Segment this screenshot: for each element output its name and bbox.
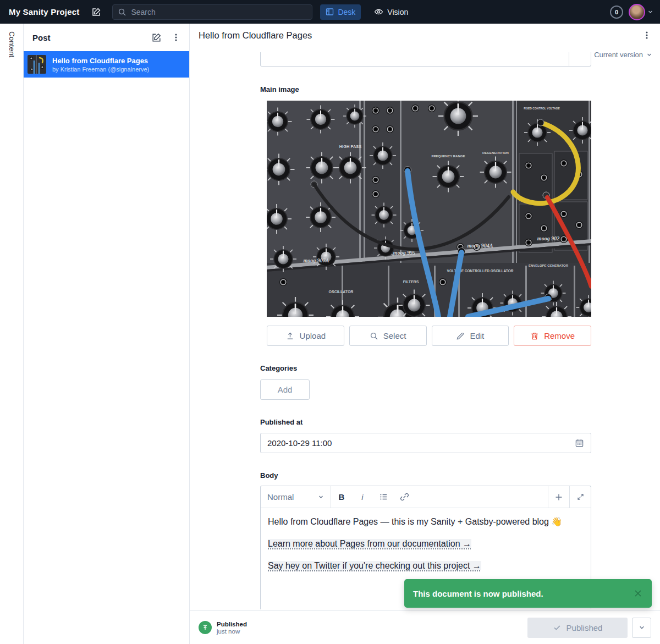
tab-vision[interactable]: Vision xyxy=(369,4,414,20)
calendar-icon[interactable] xyxy=(575,438,584,448)
remove-button-label: Remove xyxy=(544,331,575,340)
publish-status-icon xyxy=(199,621,212,634)
bullet-list-button[interactable] xyxy=(373,486,394,508)
post-item-subtitle: by Kristian Freeman (@signalnerve) xyxy=(52,65,149,73)
tab-vision-label: Vision xyxy=(387,8,408,16)
publish-toast-message: This document is now published. xyxy=(413,589,543,598)
synth-label-filters: FILTERS xyxy=(403,280,419,284)
content-rail[interactable]: Content xyxy=(0,24,24,644)
document-menu-icon[interactable] xyxy=(642,30,651,40)
link-icon xyxy=(400,492,409,502)
trash-icon xyxy=(530,332,539,340)
body-link-twitter[interactable]: Say hey on Twitter if you're checking ou… xyxy=(268,561,481,570)
new-document-icon[interactable] xyxy=(151,32,162,43)
publish-toast: This document is now published. xyxy=(404,579,652,608)
main-image-label: Main image xyxy=(260,85,591,94)
chevron-down-icon xyxy=(639,624,645,631)
editor-toolbar-right xyxy=(548,486,591,508)
close-icon[interactable] xyxy=(633,588,643,598)
text-style-select[interactable]: Normal xyxy=(261,486,331,508)
remove-button[interactable]: Remove xyxy=(514,326,591,346)
document-footer: Published just now Published xyxy=(190,610,660,644)
synth-label-high-pass: HIGH PASS xyxy=(339,144,362,149)
upload-button[interactable]: Upload xyxy=(267,326,344,346)
list-item-post[interactable]: Hello from Cloudflare Pages by Kristian … xyxy=(24,51,189,78)
image-actions: Upload Select Edit xyxy=(267,326,591,346)
body-paragraph: Say hey on Twitter if you're checking ou… xyxy=(268,560,584,571)
synth-photo: HIGH PASS FREQUENCY RANGE REGENERATION F… xyxy=(267,101,591,317)
post-item-text: Hello from Cloudflare Pages by Kristian … xyxy=(52,56,149,73)
categories-label: Categories xyxy=(260,364,591,373)
content-rail-label: Content xyxy=(8,31,16,644)
chevron-down-icon[interactable] xyxy=(647,9,653,15)
publish-status-text: Published just now xyxy=(217,620,247,635)
synth-label-moog-902: moog 902 xyxy=(537,235,559,241)
synth-label-oscillator: OSCILLATOR xyxy=(329,290,354,294)
document-header: Hello from Cloudflare Pages xyxy=(190,24,660,47)
plus-icon xyxy=(554,493,563,502)
search-icon xyxy=(118,8,127,16)
body-link-docs[interactable]: Learn more about Pages from our document… xyxy=(268,539,471,548)
synth-label-envelope: ENVELOPE GENERATOR xyxy=(529,264,569,267)
body-label: Body xyxy=(260,471,591,480)
search-input[interactable] xyxy=(112,4,312,20)
search-field[interactable] xyxy=(131,8,307,16)
main-image-preview[interactable]: HIGH PASS FREQUENCY RANGE REGENERATION F… xyxy=(267,101,591,317)
publish-status-time: just now xyxy=(217,628,247,635)
upload-icon xyxy=(285,331,295,340)
publish-button-label: Published xyxy=(566,623,603,632)
check-icon xyxy=(553,623,562,632)
italic-button[interactable]: i xyxy=(352,486,373,508)
publish-menu-button[interactable] xyxy=(632,618,651,638)
search-icon xyxy=(370,332,378,340)
list-pane-header: Post xyxy=(24,24,189,51)
editor-content[interactable]: Hello from Cloudflare Pages — this is my… xyxy=(261,508,591,590)
editor-toolbar: Normal B i xyxy=(261,486,591,508)
body-paragraph: Learn more about Pages from our document… xyxy=(268,538,584,549)
list-pane: Post xyxy=(24,24,190,644)
select-button[interactable]: Select xyxy=(349,326,427,346)
synth-label-fixed-cv: FIXED CONTROL VOLTAGE xyxy=(524,107,560,110)
notifications-badge[interactable]: 0 xyxy=(610,5,623,19)
add-category-button[interactable]: Add xyxy=(260,379,310,400)
publish-button[interactable]: Published xyxy=(527,618,628,638)
pencil-icon xyxy=(456,332,465,340)
synth-label-moog-907a: moog 907A xyxy=(304,257,329,263)
body-paragraph[interactable]: Hello from Cloudflare Pages — this is my… xyxy=(268,516,584,527)
list-pane-title: Post xyxy=(32,33,141,42)
topbar: My Sanity Project Desk Vision 0 xyxy=(0,0,660,24)
synth-label-frequency-range: FREQUENCY RANGE xyxy=(432,155,465,158)
compose-icon[interactable] xyxy=(91,7,101,17)
bullet-list-icon xyxy=(379,492,388,502)
project-title: My Sanity Project xyxy=(9,7,79,16)
eye-icon xyxy=(374,7,383,16)
version-selector-label: Current version xyxy=(594,51,643,59)
link-button[interactable] xyxy=(394,486,415,508)
post-thumbnail xyxy=(28,55,46,74)
select-button-label: Select xyxy=(383,331,406,340)
upload-button-label: Upload xyxy=(300,331,326,340)
version-selector[interactable]: Current version xyxy=(594,51,652,59)
published-at-value: 2020-10-29 11:00 xyxy=(267,438,575,448)
tab-desk[interactable]: Desk xyxy=(320,4,361,20)
document-title: Hello from Cloudflare Pages xyxy=(199,30,642,41)
list-menu-icon[interactable] xyxy=(172,32,180,42)
published-at-input[interactable]: 2020-10-29 11:00 xyxy=(260,433,591,453)
avatar[interactable] xyxy=(629,4,645,20)
edit-button-label: Edit xyxy=(470,331,484,340)
text-style-value: Normal xyxy=(267,492,294,502)
expand-editor-button[interactable] xyxy=(569,486,591,508)
publish-status-title: Published xyxy=(217,620,247,628)
app-frame: Content Post xyxy=(0,24,660,644)
document-pane: Hello from Cloudflare Pages Current vers… xyxy=(190,24,660,644)
synth-label-moog-904a: moog 904A xyxy=(468,243,493,249)
edit-button[interactable]: Edit xyxy=(432,326,509,346)
document-form: Main image xyxy=(260,85,591,609)
clipped-slug-field[interactable] xyxy=(260,52,591,67)
bold-button[interactable]: B xyxy=(331,486,352,508)
chevron-down-icon xyxy=(646,52,652,58)
tab-desk-label: Desk xyxy=(338,8,355,16)
insert-block-button[interactable] xyxy=(548,486,569,508)
add-category-label: Add xyxy=(278,385,293,394)
published-at-label: Published at xyxy=(260,418,591,427)
